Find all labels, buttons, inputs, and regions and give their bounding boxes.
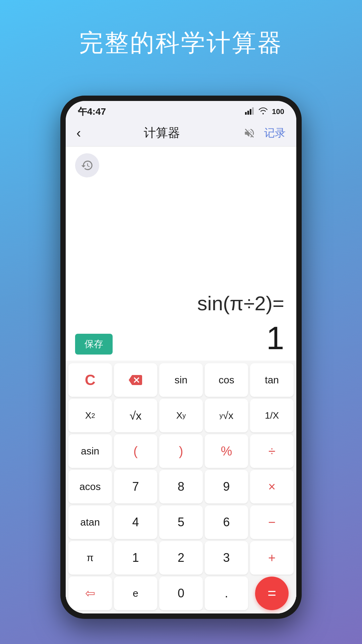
key-X-[interactable]: X2 <box>68 399 112 432</box>
key-row-2: asin()%÷ <box>68 434 294 468</box>
key-sin[interactable]: sin <box>159 363 203 397</box>
key-row-3: acos789× <box>68 470 294 503</box>
key--[interactable]: = <box>255 577 289 610</box>
app-title: 计算器 <box>81 125 243 141</box>
display-area: sin(π÷2)= 1 保存 <box>66 147 296 361</box>
svg-rect-2 <box>250 109 251 115</box>
page-background: 完整的科学计算器 午4:47 <box>0 0 362 69</box>
key-cos[interactable]: cos <box>205 363 248 397</box>
key--[interactable]: ⇦ <box>68 577 112 610</box>
save-button[interactable]: 保存 <box>75 334 113 355</box>
key-e[interactable]: e <box>114 577 158 610</box>
key-1[interactable]: 1 <box>114 541 158 575</box>
key-4[interactable]: 4 <box>114 505 158 539</box>
key--[interactable]: ) <box>159 434 203 468</box>
key-2[interactable]: 2 <box>159 541 203 575</box>
key-0[interactable]: 0 <box>159 577 203 610</box>
status-bar: 午4:47 <box>66 101 296 120</box>
key-X-[interactable]: Xy <box>159 399 203 432</box>
key--[interactable]: × <box>250 470 294 503</box>
keypad: CsincostanX2√xXyy√x1/Xasin()%÷acos789×at… <box>66 361 296 613</box>
signal-icon <box>245 107 254 116</box>
svg-rect-0 <box>245 112 247 115</box>
key-1-X[interactable]: 1/X <box>250 399 294 432</box>
page-title-area: 完整的科学计算器 <box>0 0 362 69</box>
status-time: 午4:47 <box>78 105 106 118</box>
wifi-icon <box>258 107 268 116</box>
key--[interactable]: + <box>250 541 294 575</box>
key-3[interactable]: 3 <box>205 541 248 575</box>
header-right: 记录 <box>243 126 286 141</box>
key-row-0: Csincostan <box>68 363 294 397</box>
key-row-5: π123+ <box>68 541 294 575</box>
key--[interactable]: . <box>205 577 248 610</box>
formula-display: sin(π÷2)= <box>76 289 286 318</box>
key--[interactable]: − <box>250 505 294 539</box>
history-button[interactable] <box>75 153 99 177</box>
key---x[interactable]: y√x <box>205 399 248 432</box>
svg-rect-3 <box>252 107 254 115</box>
key--[interactable] <box>114 363 158 397</box>
key-acos[interactable]: acos <box>68 470 112 503</box>
status-icons: 100 <box>245 107 284 116</box>
mute-button[interactable] <box>243 126 256 140</box>
key-9[interactable]: 9 <box>205 470 248 503</box>
key-row-6: ⇦e0.= <box>68 577 294 610</box>
key-row-1: X2√xXyy√x1/X <box>68 399 294 432</box>
key--[interactable]: ÷ <box>250 434 294 468</box>
key-atan[interactable]: atan <box>68 505 112 539</box>
calculator-body: sin(π÷2)= 1 保存 CsincostanX2√xXyy√x1/Xasi… <box>66 147 296 613</box>
back-button[interactable]: ‹ <box>76 125 81 141</box>
key-row-4: atan456− <box>68 505 294 539</box>
phone-frame: 午4:47 <box>60 96 302 619</box>
app-header: ‹ 计算器 记录 <box>66 120 296 147</box>
battery-icon: 100 <box>272 107 284 116</box>
key-C[interactable]: C <box>68 363 112 397</box>
key-asin[interactable]: asin <box>68 434 112 468</box>
key-5[interactable]: 5 <box>159 505 203 539</box>
page-title: 完整的科学计算器 <box>13 27 349 59</box>
phone-screen: 午4:47 <box>66 101 296 613</box>
key--[interactable]: % <box>205 434 248 468</box>
key-tan[interactable]: tan <box>250 363 294 397</box>
key--[interactable]: ( <box>114 434 158 468</box>
record-button[interactable]: 记录 <box>264 126 286 141</box>
key--[interactable]: π <box>68 541 112 575</box>
svg-rect-1 <box>247 111 249 115</box>
key-7[interactable]: 7 <box>114 470 158 503</box>
key-6[interactable]: 6 <box>205 505 248 539</box>
key--x[interactable]: √x <box>114 399 158 432</box>
key-8[interactable]: 8 <box>159 470 203 503</box>
